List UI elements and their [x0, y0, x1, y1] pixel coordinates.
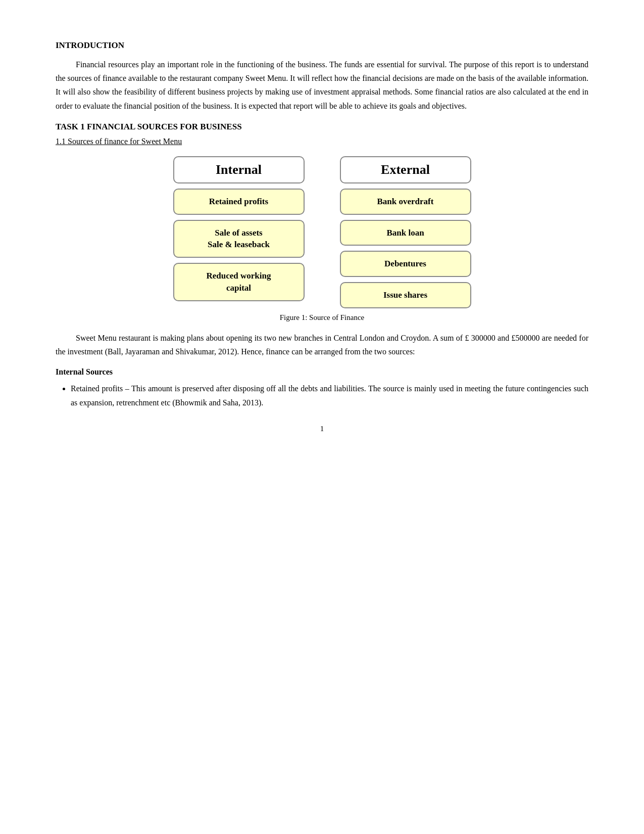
internal-item-reduced-working-capital: Reduced workingcapital — [173, 263, 305, 301]
task1-body: Sweet Menu restaurant is making plans ab… — [56, 331, 588, 358]
internal-header: Internal — [173, 156, 305, 183]
page-number: 1 — [56, 425, 588, 433]
internal-item-sale-assets: Sale of assetsSale & leaseback — [173, 220, 305, 258]
internal-sources-heading: Internal Sources — [56, 367, 588, 377]
subsection-label: 1.1 Sources of finance for Sweet Menu — [56, 137, 588, 146]
external-item-bank-overdraft: Bank overdraft — [340, 189, 471, 215]
task1-heading: TASK 1 FINANCIAL SOURCES FOR BUSINESS — [56, 122, 588, 132]
finance-diagram: Internal Retained profits Sale of assets… — [145, 156, 499, 308]
external-column: External Bank overdraft Bank loan Debent… — [330, 156, 481, 308]
internal-item-retained-profits: Retained profits — [173, 189, 305, 215]
bullet-list: Retained profits – This amount is preser… — [71, 382, 588, 409]
external-item-bank-loan: Bank loan — [340, 220, 471, 246]
figure-caption: Figure 1: Source of Finance — [56, 313, 588, 322]
introduction-section: INTRODUCTION Financial resources play an… — [56, 40, 588, 113]
external-item-debentures: Debentures — [340, 251, 471, 277]
internal-column: Internal Retained profits Sale of assets… — [163, 156, 315, 308]
introduction-body: Financial resources play an important ro… — [56, 58, 588, 113]
bullet-item-retained-profits: Retained profits – This amount is preser… — [71, 382, 588, 409]
introduction-heading: INTRODUCTION — [56, 40, 588, 51]
external-header: External — [340, 156, 471, 183]
task1-section: TASK 1 FINANCIAL SOURCES FOR BUSINESS 1.… — [56, 122, 588, 409]
external-item-issue-shares: Issue shares — [340, 282, 471, 308]
